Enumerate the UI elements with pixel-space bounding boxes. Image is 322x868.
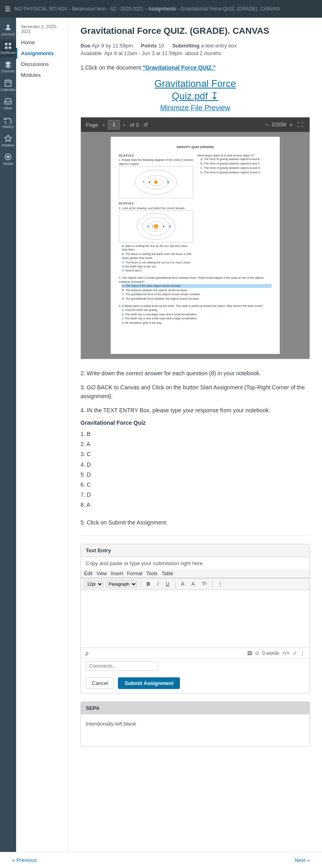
menu-tools[interactable]: Tools bbox=[147, 571, 158, 576]
points-value: 10 bbox=[158, 43, 164, 49]
svg-rect-5 bbox=[5, 80, 11, 86]
menu-format[interactable]: Format bbox=[127, 571, 142, 576]
prev-button[interactable]: « Previous bbox=[12, 857, 37, 863]
page-number-input[interactable] bbox=[108, 120, 120, 130]
footer-tag: p bbox=[86, 650, 89, 656]
svg-marker-9 bbox=[5, 135, 12, 142]
sidebar-item-account[interactable]: Account bbox=[0, 21, 16, 39]
step1-text: 1.Click on the document bbox=[80, 64, 142, 71]
pdf-right-q1-text: What keeps object B in orbit around obje… bbox=[197, 154, 272, 158]
prev-page-button[interactable]: ‹ bbox=[101, 121, 106, 129]
menu-insert[interactable]: Insert bbox=[111, 571, 123, 576]
comments-input[interactable] bbox=[86, 661, 158, 671]
zoom-out-button[interactable]: − bbox=[264, 121, 270, 129]
refresh-button[interactable]: ↺ bbox=[142, 121, 150, 129]
pdf-right-q1-opt-b: B. The force of gravity between objects … bbox=[200, 162, 272, 166]
menu-view[interactable]: View bbox=[97, 571, 107, 576]
submitting-label: Submitting bbox=[172, 43, 200, 49]
sidebar-item-history[interactable]: History bbox=[0, 113, 16, 131]
pdf-q3-opt-d: D. The gravitational force between the o… bbox=[122, 297, 272, 301]
step3-text: 3. GO BACK to Canvas and Click on the bu… bbox=[80, 383, 310, 401]
nav-discussions[interactable]: Discussions bbox=[16, 59, 68, 70]
text-entry-textarea[interactable] bbox=[81, 590, 310, 646]
sidebar-item-inbox[interactable]: Inbox bbox=[0, 95, 16, 113]
pdf-content: GRAVITY QUIZ (GRADE) SC.8.P.13.2 1. Rota… bbox=[81, 132, 310, 359]
svg-point-30 bbox=[163, 225, 164, 227]
pdf-q3-text: 3. Two objects have a certain gravitatio… bbox=[119, 276, 272, 284]
italic-button[interactable]: I bbox=[155, 580, 161, 588]
code-view-button[interactable]: </> bbox=[283, 650, 289, 656]
breadcrumb-course: M/J PHYSICAL SCI ADV - Betancourt leon -… bbox=[14, 6, 143, 12]
next-button[interactable]: Next » bbox=[295, 857, 310, 863]
submit-assignment-button[interactable]: Submit Assignment bbox=[118, 677, 180, 689]
menu-edit[interactable]: Edit bbox=[84, 571, 93, 576]
svg-point-18 bbox=[149, 181, 151, 183]
superscript-button[interactable]: T² bbox=[200, 580, 209, 588]
underline-button[interactable]: U bbox=[163, 580, 172, 588]
bold-button[interactable]: B bbox=[144, 580, 153, 588]
text-entry-footer: p 🖼 ⊙ 0 words </> ⤢ ⋮ bbox=[81, 648, 310, 658]
step1-link[interactable]: "Gravitational Force QUIZ." bbox=[142, 64, 216, 71]
pdf-right-q1-section: What keeps object B in orbit around obje… bbox=[197, 154, 272, 175]
hamburger-icon[interactable]: ☰ bbox=[5, 5, 10, 13]
svg-rect-4 bbox=[9, 47, 11, 49]
pdf-q2-opt-d: D. Both B and C bbox=[122, 269, 193, 273]
text-color-button[interactable]: A bbox=[179, 580, 187, 588]
breadcrumb-current: Gravitational Force QUIZ. (GRADE). CANVA… bbox=[181, 6, 280, 12]
submitting-value: a text entry box bbox=[201, 43, 237, 49]
quiz-answers: Gravitational Force Quiz 1. B 2. A 3. C … bbox=[80, 420, 310, 510]
answer-4: 4. D bbox=[80, 460, 310, 470]
sidebar-item-courses[interactable]: Courses bbox=[0, 58, 16, 76]
semester-label: Semester 2, 2020-2021 bbox=[16, 23, 68, 37]
pdf-title[interactable]: Gravitational ForceQuiz.pdf ↧ bbox=[80, 77, 310, 102]
menu-table[interactable]: Table bbox=[162, 571, 173, 576]
breadcrumb-assignments[interactable]: Assignments bbox=[148, 6, 176, 12]
pdf-right-q1-opt-a: A. The force of gravity between objects … bbox=[200, 157, 272, 161]
svg-point-29 bbox=[147, 225, 149, 227]
content-area: Gravitational Force QUIZ. (GRADE). CANVA… bbox=[68, 18, 322, 852]
answer-1: 1. B bbox=[80, 429, 310, 439]
sidebar-item-mastery[interactable]: Mastery bbox=[0, 132, 16, 150]
nav-home[interactable]: Home bbox=[16, 37, 68, 48]
svg-rect-2 bbox=[9, 43, 11, 45]
pdf-q2-label: SC.8.P.13.2 bbox=[119, 202, 193, 206]
sidebar-item-studio[interactable]: Studio bbox=[0, 150, 16, 168]
svg-point-28 bbox=[169, 225, 171, 227]
sidebar-item-calendar[interactable]: Calendar bbox=[0, 76, 16, 94]
pdf-q4-opt-b: b. The earth has a very large mass and a… bbox=[122, 313, 272, 317]
paragraph-select[interactable]: Paragraph Heading 1 Heading 2 bbox=[106, 580, 137, 588]
highlight-color-button[interactable]: A bbox=[189, 580, 197, 588]
icon-sidebar: Account Dashboard Courses Calendar Inbox… bbox=[0, 18, 16, 852]
main-layout: Account Dashboard Courses Calendar Inbox… bbox=[0, 18, 322, 852]
sidebar-item-dashboard[interactable]: Dashboard bbox=[0, 39, 16, 57]
pdf-right-col: What keeps object B in orbit around obje… bbox=[197, 154, 272, 276]
accessibility-icon[interactable]: ⊙ bbox=[255, 650, 259, 656]
pdf-q2-options: A. Mars is orbiting the Sun as the sun h… bbox=[119, 244, 193, 273]
next-page-button[interactable]: › bbox=[122, 121, 127, 129]
svg-rect-1 bbox=[5, 43, 8, 45]
more-options-button[interactable]: ⋮ bbox=[300, 650, 305, 656]
page-nav: ‹ › bbox=[101, 120, 126, 130]
pdf-q2-text: 2. Look at the drawing, and select the c… bbox=[119, 206, 193, 210]
step1-instruction: 1.Click on the document "Gravitational F… bbox=[80, 64, 310, 71]
font-size-select[interactable]: 12pt 10pt 14pt bbox=[84, 580, 103, 588]
zoom-in-button[interactable]: + bbox=[288, 121, 294, 129]
pdf-q1-text: 1. Rotate draw the following diagram of … bbox=[119, 158, 193, 166]
nav-modules[interactable]: Modules bbox=[16, 70, 68, 80]
minimize-link[interactable]: Minimize File Preview bbox=[80, 104, 310, 112]
meta-row: Due Apr 9 by 11:59pm Points 10 Submittin… bbox=[80, 43, 310, 49]
nav-assignments[interactable]: Assignments bbox=[16, 48, 68, 59]
expand-button[interactable]: ⤢ bbox=[293, 650, 297, 656]
zoom-controls: − ZOOM + ⛶ bbox=[264, 121, 305, 129]
cancel-button[interactable]: Cancel bbox=[86, 677, 114, 689]
fullscreen-button[interactable]: ⛶ bbox=[296, 121, 305, 129]
sepa-body: Intentionally left blank bbox=[81, 714, 310, 747]
page-title: Gravitational Force QUIZ. (GRADE). CANVA… bbox=[80, 26, 310, 36]
pdf-q4-opt-c: c. The Earth has a very small mass and a… bbox=[122, 317, 272, 321]
pdf-page: GRAVITY QUIZ (GRADE) SC.8.P.13.2 1. Rota… bbox=[111, 137, 280, 354]
text-entry-header: Text Entry bbox=[81, 544, 310, 557]
nav-sidebar: Semester 2, 2020-2021 Home Assignments D… bbox=[16, 18, 68, 852]
more-button[interactable]: ⋮ bbox=[216, 580, 225, 588]
answer-2: 2. A bbox=[80, 439, 310, 449]
media-icon[interactable]: 🖼 bbox=[247, 650, 252, 656]
